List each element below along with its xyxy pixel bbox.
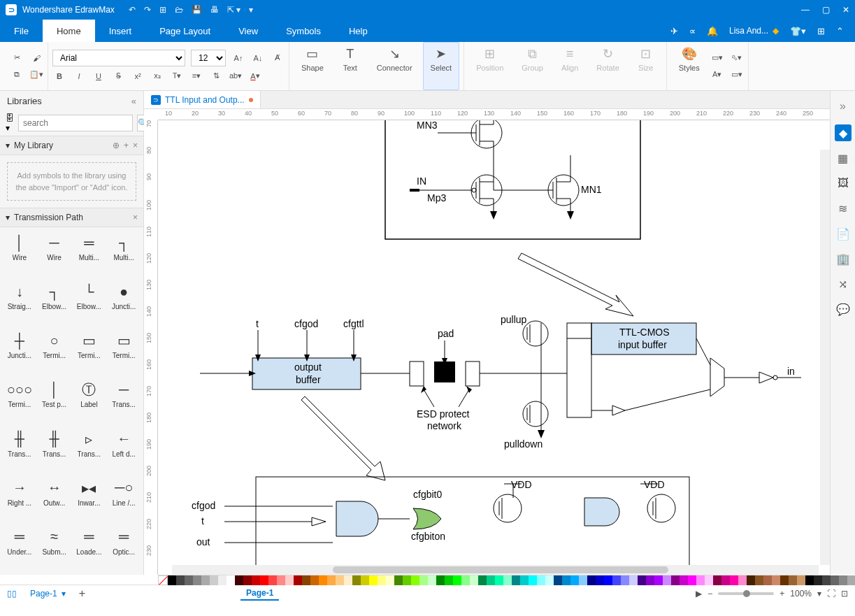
transmission-header[interactable]: ▾Transmission Path × [0,208,143,227]
redo-icon[interactable]: ↷ [144,5,151,15]
library-item[interactable]: ╫Trans... [3,427,36,474]
increase-font-icon[interactable]: A↑ [231,51,245,65]
color-swatch[interactable] [185,575,193,585]
add-icon[interactable]: + [124,141,129,150]
cut-icon[interactable]: ✂ [10,51,24,65]
add-page-button[interactable]: + [79,587,85,600]
color-swatch[interactable] [529,575,537,585]
bullets-icon[interactable]: ≡▾ [189,69,203,83]
font-styles-icon[interactable]: A▾ [710,68,724,82]
collapse-ribbon-icon[interactable]: ⌃ [836,26,844,36]
document-tab[interactable]: ⊃ TTL Input and Outp... [144,91,261,108]
line-spacing-icon[interactable]: ⇅ [209,69,223,83]
color-swatch[interactable] [604,575,612,585]
tshirt-icon[interactable]: 👕▾ [790,26,806,36]
color-swatch[interactable] [411,575,419,585]
color-swatch[interactable] [252,575,260,585]
paste-icon[interactable]: 📋▾ [29,68,43,82]
menu-tab-file[interactable]: File [0,20,43,42]
maximize-button[interactable]: ▢ [822,5,830,15]
save-icon[interactable]: 💾 [192,5,202,15]
color-swatch[interactable] [780,575,789,585]
case-icon[interactable]: T▾ [170,69,184,83]
connector-tool[interactable]: ↘Connector [369,42,420,90]
color-swatch[interactable] [503,575,512,585]
image-icon[interactable]: 🖼 [835,175,852,192]
color-swatch[interactable] [445,575,453,585]
color-swatch[interactable] [654,575,663,585]
theme-icon[interactable]: ◆ [835,124,852,141]
color-swatch[interactable] [512,575,520,585]
comment-icon[interactable]: 💬 [835,301,852,317]
menu-tab-insert[interactable]: Insert [95,20,146,42]
play-icon[interactable]: ▶ [696,589,702,599]
clear-format-icon[interactable]: A̸ [271,51,285,65]
library-item[interactable]: ↔Outw... [38,475,71,523]
color-swatch[interactable] [554,575,562,585]
zoom-in-button[interactable]: + [779,589,784,599]
color-swatch[interactable] [696,575,705,585]
font-family-select[interactable]: Arial [52,50,185,66]
color-swatch[interactable] [487,575,495,585]
new-icon[interactable]: ⊞ [159,5,166,15]
color-swatch[interactable] [210,575,218,585]
decrease-font-icon[interactable]: A↓ [251,51,265,65]
zoom-out-button[interactable]: − [707,589,712,599]
color-swatch[interactable] [587,575,596,585]
view-mode-icon[interactable]: ▯▯ [7,589,17,599]
strike-icon[interactable]: S̶ [111,69,125,83]
share-icon[interactable]: ∝ [689,26,696,36]
menu-tab-view[interactable]: View [224,20,272,42]
color-swatch[interactable] [403,575,411,585]
close-lib-icon[interactable]: × [133,141,138,150]
color-swatch[interactable] [721,575,730,585]
bold-icon[interactable]: B [52,69,66,83]
color-swatch[interactable] [520,575,529,585]
color-swatch[interactable] [436,575,445,585]
text-tool[interactable]: TText [334,42,366,90]
color-swatch[interactable] [327,575,336,585]
library-item[interactable]: ○Termi... [38,328,71,375]
color-swatch[interactable] [755,575,763,585]
library-item[interactable]: ⓉLabel [73,377,106,424]
styles-tool[interactable]: 🎨Styles [671,42,707,90]
library-item[interactable]: │Test p... [38,377,71,424]
library-item[interactable]: └Elbow... [73,279,106,327]
minimize-button[interactable]: — [801,5,810,15]
color-swatch[interactable] [453,575,461,585]
menu-tab-page-layout[interactable]: Page Layout [145,20,224,42]
subscript-icon[interactable]: x₂ [150,69,164,83]
color-swatch[interactable] [688,575,696,585]
color-swatch[interactable] [369,575,378,585]
superscript-icon[interactable]: x² [131,69,145,83]
color-swatch[interactable] [596,575,604,585]
layers-icon[interactable]: ≋ [835,200,852,217]
library-item[interactable]: ┐Multi... [107,230,141,278]
color-swatch[interactable] [730,575,738,585]
highlight-icon[interactable]: ab▾ [229,69,243,83]
collapse-left-icon[interactable]: « [131,96,136,106]
menu-tab-symbols[interactable]: Symbols [272,20,335,42]
vertical-scrollbar[interactable] [820,150,830,565]
gray-swatch[interactable] [822,575,831,585]
close-section-icon[interactable]: × [133,213,138,222]
format-painter-icon[interactable]: 🖌 [29,51,43,65]
color-swatch[interactable] [201,575,210,585]
library-item[interactable]: ▭Termi... [107,328,141,375]
horizontal-scrollbar[interactable] [172,565,819,575]
print-icon[interactable]: 🖶 [210,5,219,15]
color-swatch[interactable] [713,575,721,585]
color-swatch[interactable] [168,575,176,585]
color-swatch[interactable] [344,575,352,585]
color-swatch[interactable] [612,575,621,585]
import-icon[interactable]: ⊕ [113,141,120,150]
color-swatch[interactable] [378,575,386,585]
gray-swatch[interactable] [831,575,839,585]
undo-icon[interactable]: ↶ [129,5,136,15]
page-tab[interactable]: Page-1 [240,587,279,601]
library-item[interactable]: ↓Straig... [3,279,36,327]
send-icon[interactable]: ✈ [670,26,678,36]
gray-swatch[interactable] [814,575,822,585]
library-item[interactable]: ≈Subm... [38,524,71,572]
library-item[interactable]: ○○○Termi... [3,377,36,424]
